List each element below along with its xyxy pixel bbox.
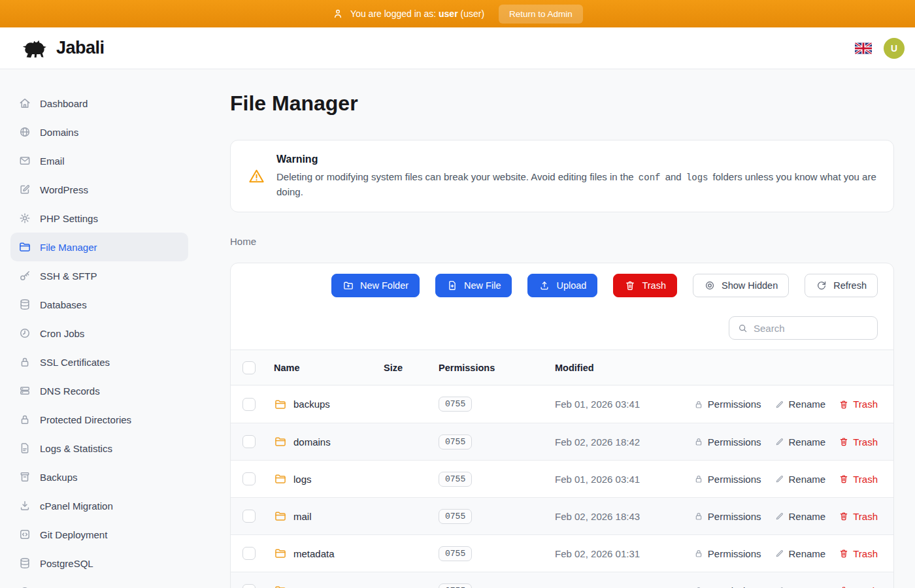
- search-input[interactable]: [754, 323, 884, 334]
- show-hidden-button[interactable]: Show Hidden: [693, 274, 789, 297]
- permissions-action[interactable]: Permissions: [693, 474, 761, 485]
- sidebar-item-logs-statistics[interactable]: Logs & Statistics: [10, 434, 188, 463]
- upload-button[interactable]: Upload: [527, 274, 597, 297]
- download-icon: [18, 499, 31, 512]
- sidebar-item-cron-jobs[interactable]: Cron Jobs: [10, 319, 188, 348]
- sidebar-item-protected-directories[interactable]: Protected Directories: [10, 405, 188, 434]
- file-list: backups 0755 Feb 01, 2026 03:41 Permissi…: [231, 385, 893, 588]
- table-row: metadata 0755 Feb 02, 2026 01:31 Permiss…: [231, 534, 893, 572]
- rename-action[interactable]: Rename: [774, 399, 826, 410]
- lock-icon: [693, 511, 704, 521]
- language-flag-icon[interactable]: [855, 42, 872, 54]
- sidebar-item-git-deployment[interactable]: Git Deployment: [10, 520, 188, 549]
- rename-action[interactable]: Rename: [774, 585, 826, 588]
- modified-date: Feb 02, 2026 01:31: [555, 548, 693, 559]
- row-checkbox[interactable]: [242, 584, 256, 588]
- trash-icon: [839, 511, 849, 521]
- sidebar-item-dns-records[interactable]: DNS Records: [10, 376, 188, 405]
- permissions-badge: 0755: [439, 509, 472, 524]
- return-to-admin-button[interactable]: Return to Admin: [499, 5, 583, 24]
- trash-action[interactable]: Trash: [839, 436, 878, 448]
- document-icon: [18, 442, 31, 455]
- rename-action[interactable]: Rename: [774, 511, 826, 522]
- gear-icon: [18, 212, 31, 225]
- row-checkbox[interactable]: [242, 472, 256, 485]
- table-row: logs 0755 Feb 01, 2026 03:41 Permissions…: [231, 460, 893, 497]
- sidebar-item-cpanel-migration[interactable]: cPanel Migration: [10, 491, 188, 520]
- row-checkbox[interactable]: [242, 547, 256, 560]
- rename-action[interactable]: Rename: [774, 474, 826, 485]
- row-checkbox[interactable]: [242, 510, 256, 523]
- folder-icon: [274, 584, 287, 588]
- sidebar-item-partial[interactable]: [10, 578, 188, 588]
- user-avatar[interactable]: U: [884, 38, 905, 59]
- rename-action[interactable]: Rename: [774, 436, 826, 448]
- file-name-link[interactable]: logs: [274, 472, 384, 485]
- sidebar-item-domains[interactable]: Domains: [10, 118, 188, 146]
- sidebar-item-label: PostgreSQL: [40, 558, 93, 569]
- permissions-action[interactable]: Permissions: [693, 436, 761, 448]
- person-icon: [332, 8, 344, 20]
- sidebar-item-databases[interactable]: Databases: [10, 290, 188, 319]
- sidebar-item-file-manager[interactable]: File Manager: [10, 233, 188, 261]
- file-name-link[interactable]: backups: [274, 398, 384, 411]
- table-row: 0755 Permissions Rename Trash: [231, 572, 893, 588]
- modified-date: Feb 02, 2026 18:42: [555, 436, 693, 448]
- file-name-link[interactable]: [274, 584, 384, 588]
- permissions-action[interactable]: Permissions: [693, 399, 761, 410]
- folder-icon: [274, 547, 287, 560]
- modified-date: Feb 01, 2026 03:41: [555, 474, 693, 485]
- trash-action[interactable]: Trash: [839, 585, 878, 588]
- new-file-button[interactable]: New File: [435, 274, 512, 297]
- row-checkbox[interactable]: [242, 398, 256, 411]
- file-name-link[interactable]: metadata: [274, 547, 384, 560]
- trash-action[interactable]: Trash: [839, 548, 878, 559]
- circle-icon: [18, 585, 31, 588]
- folder-icon: [274, 510, 287, 523]
- refresh-button[interactable]: Refresh: [805, 274, 878, 297]
- pencil-icon: [774, 511, 785, 521]
- sidebar-item-php-settings[interactable]: PHP Settings: [10, 204, 188, 233]
- row-checkbox[interactable]: [242, 435, 256, 448]
- database-icon: [18, 557, 31, 570]
- sidebar-item-email[interactable]: Email: [10, 146, 188, 175]
- sidebar-item-label: cPanel Migration: [40, 500, 113, 512]
- key-icon: [18, 269, 31, 282]
- toolbar: New Folder New File Upload Trash Show Hi…: [231, 263, 893, 297]
- trash-action[interactable]: Trash: [839, 474, 878, 485]
- refresh-icon: [816, 280, 827, 291]
- logged-in-prefix: You are logged in as:: [350, 8, 436, 19]
- sidebar-item-label: Git Deployment: [40, 529, 107, 540]
- brand-logo[interactable]: Jabali: [21, 37, 105, 59]
- permissions-badge: 0755: [439, 546, 472, 561]
- home-icon: [18, 97, 31, 110]
- sidebar-item-wordpress[interactable]: WordPress: [10, 175, 188, 204]
- trash-action[interactable]: Trash: [839, 511, 878, 522]
- sidebar-item-label: PHP Settings: [40, 213, 98, 224]
- trash-action[interactable]: Trash: [839, 399, 878, 410]
- breadcrumb-home[interactable]: Home: [230, 236, 256, 247]
- permissions-action[interactable]: Permissions: [693, 585, 761, 588]
- sidebar-item-dashboard[interactable]: Dashboard: [10, 89, 188, 118]
- sidebar-item-label: Protected Directories: [40, 414, 131, 425]
- file-manager-panel: New Folder New File Upload Trash Show Hi…: [230, 263, 894, 588]
- database-icon: [18, 298, 31, 311]
- table-row: backups 0755 Feb 01, 2026 03:41 Permissi…: [231, 385, 893, 423]
- sidebar-item-label: Email: [40, 155, 65, 167]
- app-header: Jabali U: [0, 27, 915, 69]
- permissions-action[interactable]: Permissions: [693, 548, 761, 559]
- trash-button[interactable]: Trash: [613, 274, 677, 297]
- sidebar-item-postgresql[interactable]: PostgreSQL: [10, 549, 188, 578]
- sidebar-item-label: SSH & SFTP: [40, 270, 97, 282]
- sidebar-item-label: Cron Jobs: [40, 328, 84, 339]
- new-folder-button[interactable]: New Folder: [331, 274, 420, 297]
- select-all-checkbox[interactable]: [242, 361, 256, 374]
- file-name-link[interactable]: mail: [274, 510, 384, 523]
- file-name-link[interactable]: domains: [274, 435, 384, 448]
- sidebar-item-backups[interactable]: Backups: [10, 463, 188, 491]
- sidebar-item-ssl-certificates[interactable]: SSL Certificates: [10, 348, 188, 376]
- permissions-action[interactable]: Permissions: [693, 511, 761, 522]
- rename-action[interactable]: Rename: [774, 548, 826, 559]
- sidebar-item-ssh-sftp[interactable]: SSH & SFTP: [10, 261, 188, 290]
- sidebar: Dashboard Domains Email WordPress PHP Se…: [0, 69, 199, 588]
